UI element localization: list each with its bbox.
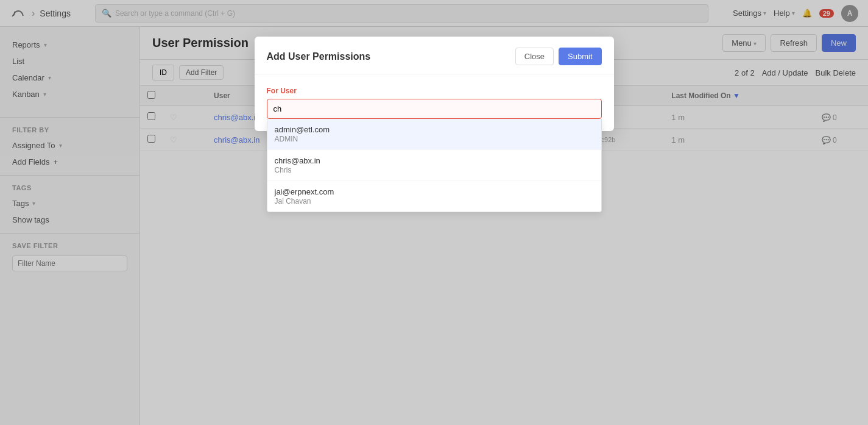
modal-close-button[interactable]: Close [515,48,554,65]
modal-title: Add User Permissions [267,51,371,62]
modal-header: Add User Permissions Close Submit [255,37,614,74]
modal-actions: Close Submit [515,48,602,65]
user-dropdown: admin@etl.com ADMIN chris@abx.in Chris j… [267,119,602,212]
user-search-input[interactable] [267,99,602,119]
for-user-label: For User [267,87,602,95]
dropdown-item-email: chris@abx.in [275,156,594,165]
user-input-wrapper: admin@etl.com ADMIN chris@abx.in Chris j… [267,99,602,119]
modal-submit-button[interactable]: Submit [559,48,601,65]
dropdown-item-email: jai@erpnext.com [275,187,594,196]
dropdown-item-name: Jai Chavan [275,197,594,205]
dropdown-item-name: Chris [275,166,594,174]
dropdown-item-name: ADMIN [275,135,594,143]
dropdown-item-email: admin@etl.com [275,125,594,134]
dropdown-item[interactable]: jai@erpnext.com Jai Chavan [267,181,601,212]
dropdown-item[interactable]: admin@etl.com ADMIN [267,119,601,150]
dropdown-item[interactable]: chris@abx.in Chris [267,150,601,181]
modal-body: For User admin@etl.com ADMIN chris@abx.i… [255,74,614,131]
add-user-permissions-modal: Add User Permissions Close Submit For Us… [255,37,614,131]
modal-overlay: Add User Permissions Close Submit For Us… [0,0,868,425]
